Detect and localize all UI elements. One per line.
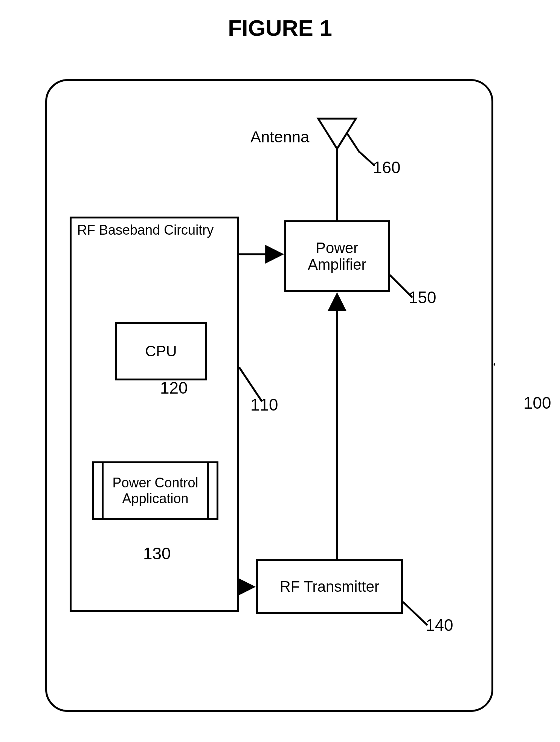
svg-line-5 — [347, 133, 360, 153]
pca-stripe-right — [207, 463, 209, 518]
rf-transmitter-block: RF Transmitter — [256, 559, 403, 614]
page: FIGURE 1 — [0, 0, 560, 742]
cpu-label: CPU — [145, 343, 177, 360]
ref-140: 140 — [426, 616, 453, 635]
ref-160: 160 — [373, 158, 400, 177]
ref-120: 120 — [160, 379, 188, 397]
svg-line-12 — [359, 151, 375, 166]
power-amplifier-label: Power Amplifier — [286, 240, 388, 273]
svg-line-10 — [403, 602, 427, 625]
power-control-application-block: Power Control Application — [92, 461, 218, 520]
rf-baseband-label: RF Baseband Circuitry — [77, 222, 214, 238]
antenna-label: Antenna — [250, 128, 309, 146]
figure-title: FIGURE 1 — [0, 15, 560, 41]
svg-marker-4 — [318, 119, 356, 149]
svg-line-6 — [494, 363, 495, 401]
rf-transmitter-label: RF Transmitter — [280, 578, 379, 595]
system-boundary: RF Baseband Circuitry CPU Power Control … — [45, 79, 493, 712]
cpu-block: CPU — [115, 322, 207, 380]
power-amplifier-block: Power Amplifier — [284, 220, 390, 292]
ref-110: 110 — [250, 395, 278, 414]
ref-100: 100 — [523, 394, 551, 412]
ref-150: 150 — [409, 288, 436, 307]
pca-label: Power Control Application — [104, 463, 207, 518]
ref-130: 130 — [143, 544, 171, 563]
